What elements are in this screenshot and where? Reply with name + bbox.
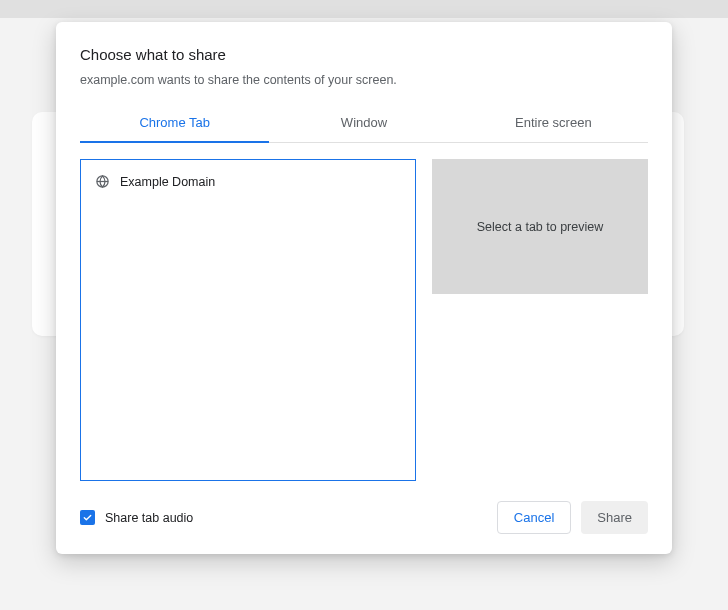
preview-column: Select a tab to preview bbox=[432, 159, 648, 481]
share-audio-checkbox[interactable] bbox=[80, 510, 95, 525]
dialog-footer: Share tab audio Cancel Share bbox=[80, 501, 648, 534]
tab-chrome-tab[interactable]: Chrome Tab bbox=[80, 105, 269, 142]
share-audio-row: Share tab audio bbox=[80, 510, 193, 525]
share-audio-label: Share tab audio bbox=[105, 511, 193, 525]
browser-top-bar bbox=[0, 0, 728, 18]
dialog-subtitle: example.com wants to share the contents … bbox=[80, 73, 648, 87]
tab-window[interactable]: Window bbox=[269, 105, 458, 142]
share-dialog: Choose what to share example.com wants t… bbox=[56, 22, 672, 554]
check-icon bbox=[82, 512, 93, 523]
content-row: Example Domain Select a tab to preview bbox=[80, 159, 648, 481]
share-button[interactable]: Share bbox=[581, 501, 648, 534]
preview-placeholder: Select a tab to preview bbox=[432, 159, 648, 294]
tab-entire-screen[interactable]: Entire screen bbox=[459, 105, 648, 142]
tab-list[interactable]: Example Domain bbox=[80, 159, 416, 481]
share-type-tabs: Chrome Tab Window Entire screen bbox=[80, 105, 648, 143]
tab-list-item-label: Example Domain bbox=[120, 175, 215, 189]
tab-list-item[interactable]: Example Domain bbox=[81, 168, 415, 195]
globe-icon bbox=[95, 174, 110, 189]
dialog-buttons: Cancel Share bbox=[497, 501, 648, 534]
dialog-title: Choose what to share bbox=[80, 46, 648, 63]
cancel-button[interactable]: Cancel bbox=[497, 501, 571, 534]
